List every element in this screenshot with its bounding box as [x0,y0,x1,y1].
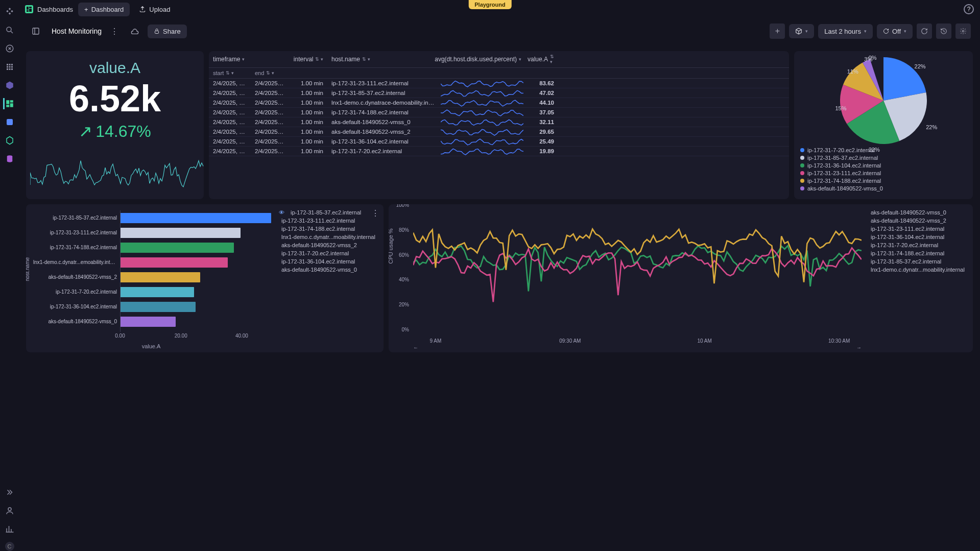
col-interval[interactable]: interval⇅ ▾ [289,51,327,67]
cube-dropdown[interactable]: ▾ [789,24,814,38]
metrics-table-tile[interactable]: timeframe▾ interval⇅ ▾ host.name⇅ ▾ avg(… [209,51,789,199]
legend-item[interactable]: ip-172-31-85-37.ec2.internal [800,155,967,161]
legend-item[interactable]: ip-172-31-7-20.ec2.internal [278,250,381,256]
subcol-start[interactable]: start⇅ ▾ [209,68,251,78]
legend-item[interactable]: aks-default-18490522-vmss_0 [278,267,381,273]
share-button[interactable]: Share [148,25,187,38]
upload-button[interactable]: Upload [135,3,174,16]
upload-icon [139,6,146,13]
bar-row[interactable]: aks-default-18490522-vmss_0 [33,314,274,329]
legend-item[interactable]: ip-172-31-74-188.ec2.internal [800,178,967,184]
refresh-button[interactable] [917,23,932,39]
col-host[interactable]: host.name⇅ ▾ [327,51,439,67]
pie-legend: ip-172-31-7-20.ec2.internalip-172-31-85-… [800,147,967,191]
new-dashboard-button[interactable]: + Dashboard [78,3,130,16]
history-button[interactable] [936,23,951,39]
cube-icon[interactable] [4,80,15,91]
logo-icon[interactable] [4,6,15,17]
svg-rect-10 [11,68,13,70]
expand-icon[interactable] [4,487,15,498]
col-valuea[interactable]: value.A⇅ ▾ [525,51,558,67]
c-badge-icon[interactable]: C [5,542,14,551]
dashboards-nav-icon[interactable] [3,98,14,109]
bar-row[interactable]: ip-172-31-36-104.ec2.internal [33,299,274,314]
layers-icon[interactable] [4,116,15,128]
bar-row[interactable]: ip-172-31-23-111.ec2.internal [33,225,274,240]
svg-rect-20 [27,10,29,12]
legend-item[interactable]: ip-172-31-74-188.ec2.internal [278,226,381,232]
bar-row[interactable]: ip-172-31-74-188.ec2.internal [33,240,274,255]
table-row[interactable]: 2/4/2025, 8:4...2/4/2025, 1...1.00 minip… [209,88,789,98]
table-row[interactable]: 2/4/2025, 8:4...2/4/2025, 1...1.00 minip… [209,79,789,88]
user-icon[interactable] [4,505,15,516]
legend-item[interactable]: ip-172-31-7-20.ec2.internal [868,242,971,248]
add-tile-button[interactable]: + [770,23,785,39]
auto-refresh-toggle[interactable]: Off▾ [877,24,913,39]
legend-item[interactable]: ip-172-31-36-104.ec2.internal [800,162,967,169]
legend-item[interactable]: aks-default-18490522-vmss_0 [868,209,971,215]
col-metric[interactable]: avg(dt.host.disk.used.percent)▾ [439,51,525,67]
upload-label: Upload [149,6,170,13]
table-row[interactable]: 2/4/2025, 8:4...2/4/2025, 1...1.00 minip… [209,147,789,156]
bar-row[interactable]: ip-172-31-85-37.ec2.internal [33,210,274,225]
bar-chart-tile[interactable]: ⋮ host.name ip-172-31-85-37.ec2.internal… [26,204,384,352]
compass-icon[interactable] [4,43,15,54]
legend-item[interactable]: ip-172-31-74-188.ec2.internal [868,250,971,256]
svg-rect-15 [7,119,13,125]
legend-item[interactable]: ip-172-31-23-111.ec2.internal [868,226,971,232]
legend-item[interactable]: lnx1-demo.c.dynatr...moability.internal [278,234,381,240]
legend-item[interactable]: ip-172-31-7-20.ec2.internal [800,147,967,153]
dashboard-icon[interactable] [28,23,43,39]
kpi-tile[interactable]: value.A 6.52k ↗14.67% [26,51,204,199]
analytics-icon[interactable] [4,523,15,535]
legend-item[interactable]: ip-172-31-23-111.ec2.internal [800,170,967,176]
more-menu-icon[interactable]: ⋮ [107,23,122,39]
bar-row[interactable]: lnx1-demo.c.dynatr...emoability.internal [33,255,274,270]
legend-item[interactable]: 👁ip-172-31-85-37.ec2.internal [278,209,381,215]
table-row[interactable]: 2/4/2025, 8:4...2/4/2025, 1...1.00 minak… [209,127,789,137]
legend-item[interactable]: lnx1-demo.c.dynatr...moability.internal [868,267,971,273]
svg-rect-23 [155,31,159,34]
line-chart-tile[interactable]: CPU usage % 0%20%40%60%80%100% 9 AM09:30… [389,204,973,352]
tile-menu-icon[interactable]: ⋮ [371,208,379,218]
search-icon[interactable] [4,25,15,36]
line-chart: CPU usage % 0%20%40%60%80%100% 9 AM09:30… [389,204,866,352]
scroll-left-icon[interactable]: ← [413,345,418,350]
database-icon[interactable] [4,153,15,164]
bar-row[interactable]: aks-default-18490522-vmss_2 [33,270,274,284]
cloud-sync-icon[interactable] [127,23,142,39]
kpi-value: 6.52k [69,78,161,119]
timeframe-picker[interactable]: Last 2 hours▾ [818,24,873,39]
apps-icon[interactable] [4,61,15,73]
line-legend: aks-default-18490522-vmss_0aks-default-1… [866,204,973,352]
bar-row[interactable]: ip-172-31-7-20.ec2.internal [33,284,274,299]
svg-rect-14 [10,103,13,107]
svg-point-17 [8,508,11,511]
table-row[interactable]: 2/4/2025, 8:4...2/4/2025, 1...1.00 minip… [209,108,789,117]
legend-item[interactable]: ip-172-31-36-104.ec2.internal [278,258,381,265]
bar-xlabel: value.A [142,343,161,349]
scroll-right-icon[interactable]: → [856,345,862,350]
pie-chart: 22%22%22%15%11%3%0% [840,57,927,144]
legend-item[interactable]: aks-default-18490522-vmss_2 [868,218,971,224]
bar-legend: 👁ip-172-31-85-37.ec2.internalip-172-31-2… [276,204,384,352]
svg-rect-8 [7,68,8,70]
table-row[interactable]: 2/4/2025, 8:4...2/4/2025, 1...1.00 minip… [209,137,789,147]
table-row[interactable]: 2/4/2025, 8:4...2/4/2025, 1...1.00 minln… [209,98,789,108]
svg-rect-7 [11,66,13,68]
table-row[interactable]: 2/4/2025, 8:4...2/4/2025, 1...1.00 minak… [209,117,789,127]
breadcrumb-dashboards[interactable]: Dashboards [25,5,73,13]
settings-button[interactable] [955,23,971,39]
legend-item[interactable]: aks-default-18490522-vmss_2 [278,242,381,248]
pie-chart-tile[interactable]: 22%22%22%15%11%3%0% ip-172-31-7-20.ec2.i… [794,51,973,199]
col-timeframe[interactable]: timeframe▾ [209,51,289,67]
legend-item[interactable]: aks-default-18490522-vmss_0 [800,185,967,191]
svg-point-0 [7,27,11,32]
legend-item[interactable]: ip-172-31-85-37.ec2.internal [868,258,971,265]
subcol-end[interactable]: end⇅ ▾ [251,68,289,78]
hexagon-icon[interactable] [4,135,15,146]
help-icon[interactable]: ? [964,4,974,14]
legend-item[interactable]: ip-172-31-23-111.ec2.internal [278,218,381,224]
playground-tag: Playground [468,0,512,9]
legend-item[interactable]: ip-172-31-36-104.ec2.internal [868,234,971,240]
